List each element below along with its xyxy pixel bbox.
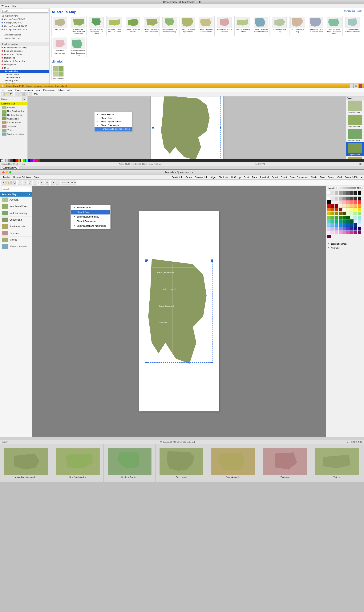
s3-color-cell-37[interactable] [331, 212, 335, 215]
s2-lib-item-qld[interactable]: Queensland [0, 117, 27, 121]
s3-color-cell-69[interactable] [350, 223, 353, 227]
s2-page-thumb-4[interactable]: South Australia [346, 156, 364, 159]
s3-color-cell-49[interactable] [342, 216, 346, 219]
s3-menu-direct[interactable]: Direct [281, 176, 287, 179]
s1-card-9[interactable]: Design Elements – Tasmania [216, 16, 233, 36]
s3-color-cell-4[interactable] [342, 197, 346, 200]
s2-handle-mr[interactable] [220, 127, 221, 129]
s1-card-0[interactable]: Australia Map [52, 16, 68, 36]
s3-dd2-item-4[interactable]: ✓ Show capital and major cities [71, 224, 110, 228]
s3-color-cell-86[interactable] [346, 231, 350, 234]
s2-lib-item-wa[interactable]: Western Australia [0, 132, 27, 136]
s3-color-cell-53[interactable] [358, 216, 361, 219]
s3-tb-zoom-out2[interactable]: – [56, 181, 60, 185]
s2-menu-solution-park[interactable]: Solution Park [58, 89, 70, 91]
s3-color-cell-77[interactable] [346, 227, 350, 230]
s2-tb-open[interactable]: 📂 [5, 92, 9, 96]
s3-tb-hand[interactable]: ✋ [6, 181, 11, 185]
s4-thumb-3[interactable]: Queensland [156, 444, 207, 482]
s3-color-cell-84[interactable] [339, 231, 342, 234]
s1-nav-pro[interactable]: ConceptDraw PRO [0, 21, 49, 24]
s3-tb-image[interactable]: 🖼 [45, 181, 49, 185]
s3-tb-ellipse[interactable]: ○ [23, 181, 27, 185]
s4-thumb-0[interactable]: Australian states and... [0, 444, 52, 482]
s3-tb-text[interactable]: T [33, 181, 37, 185]
s2-page-thumb-1[interactable]: New South Wal... [346, 114, 364, 128]
s3-canvas[interactable]: North Queensland North Queensland Centra… [32, 186, 326, 437]
s3-handle-bl[interactable] [145, 362, 147, 363]
s3-color-cell-90[interactable] [327, 235, 331, 238]
s3-menu-rulers[interactable]: Rulers [328, 176, 334, 179]
s3-color-cell-25[interactable] [354, 204, 357, 208]
s2-color-blue[interactable] [28, 160, 30, 162]
s3-color-cell-89[interactable] [358, 231, 361, 234]
s1-lib-card-0[interactable]: Australia Map [52, 65, 65, 80]
s3-menu-back[interactable]: Back [252, 176, 257, 179]
s1-card-1[interactable]: Australia New South Wales with LGA Names [70, 16, 87, 36]
s3-menu-more[interactable]: » [361, 176, 363, 179]
s1-sub-germany[interactable]: Germany Map [0, 79, 49, 82]
s3-color-cell-78[interactable] [350, 227, 353, 230]
s3-color-cell-22[interactable] [342, 204, 346, 208]
s3-dd2-item-2[interactable]: ✓ Show Regions names [71, 214, 110, 219]
s3-handle-ml[interactable] [145, 260, 147, 262]
s3-swatch-dark[interactable] [350, 191, 353, 195]
s2-dd-item-0[interactable]: Show Regions [94, 112, 132, 116]
s3-color-cell-6[interactable] [350, 197, 353, 200]
s3-color-cell-62[interactable] [358, 219, 361, 223]
s3-lib-item-sa[interactable]: South Australia [0, 223, 32, 230]
s2-page-thumb-0[interactable]: Australian state... [346, 100, 364, 114]
s1-card-6[interactable]: Design Elements – Northern Territory [161, 16, 178, 36]
s3-lib-item-tas[interactable]: Tasmania [0, 230, 32, 237]
s2-color-red[interactable] [16, 160, 18, 162]
s3-color-cell-73[interactable] [331, 227, 335, 230]
s3-swatch-gray[interactable] [339, 191, 342, 195]
s3-menu-ungroup[interactable]: UnGroup [231, 176, 241, 179]
s3-color-cell-39[interactable] [339, 212, 342, 215]
s3-lib-item-nsw[interactable]: New South Wales [0, 203, 32, 210]
s1-card-18[interactable]: Western Australia Local Government Areas [70, 38, 87, 57]
s3-menu-reverse-link[interactable]: Reverse link [195, 176, 207, 179]
s3-color-cell-11[interactable] [335, 200, 338, 204]
s3-minimize-btn[interactable] [6, 171, 8, 173]
s2-tb-zoom-out[interactable]: – [29, 92, 32, 96]
s2-tab-qld[interactable]: Queensland (A/1) [1, 166, 19, 169]
s3-tb-connect[interactable]: ⤷ [40, 181, 44, 185]
s2-menu-shape[interactable]: Shape [15, 89, 21, 91]
s3-color-cell-23[interactable] [346, 204, 350, 208]
s1-install-btn[interactable]: Uninstall this solution [344, 10, 362, 12]
s2-color-black[interactable] [13, 160, 15, 162]
s2-dd-item-3[interactable]: Show LGAs names [94, 123, 132, 127]
s3-color-cell-66[interactable] [339, 223, 342, 227]
s3-color-cell-88[interactable] [354, 231, 357, 234]
s1-section-finance[interactable]: Finance and Accounting [0, 46, 49, 49]
s3-lib-item-nt[interactable]: Northern Territory [0, 210, 32, 217]
s2-menu-presentation[interactable]: Presentation [43, 89, 55, 91]
s3-lib-item-aus[interactable]: Australia [0, 197, 32, 203]
s1-card-12[interactable]: NSW in Australia Map [271, 16, 288, 36]
s4-thumb-5[interactable]: Tasmania [259, 444, 311, 482]
s3-color-cell-0[interactable] [327, 197, 331, 200]
s3-color-cell-59[interactable] [346, 219, 350, 223]
s3-color-cell-29[interactable] [335, 208, 338, 212]
s1-card-8[interactable]: Design Elements – South Australia [198, 16, 215, 36]
s3-lib-header-close[interactable]: ✕ [29, 193, 31, 196]
s3-menu-rotate-flip[interactable]: Rotate & Flip [345, 176, 358, 179]
s3-swatch-medgray[interactable] [335, 191, 338, 195]
s2-color-cyan[interactable] [26, 160, 28, 162]
s3-menu-save[interactable]: Save... [34, 176, 41, 179]
s3-hypernote-btn[interactable]: ▶ Hypernote [328, 246, 363, 250]
s1-card-15[interactable]: South Australia Local Government Areas [326, 16, 343, 36]
s3-color-cell-75[interactable] [339, 227, 342, 230]
s2-color-pink[interactable] [36, 160, 38, 162]
s3-menu-smart[interactable]: Smart [272, 176, 278, 179]
s3-menu-browse[interactable]: Browse Solutions [13, 176, 31, 179]
s3-color-cell-65[interactable] [335, 223, 338, 227]
s3-zoom-select[interactable]: Custom 22% 50% 100% [61, 181, 77, 185]
s1-section-food[interactable]: Food and Beverage [0, 49, 49, 53]
s3-menu-libraries[interactable]: Libraries [1, 176, 10, 179]
s1-sub-metro[interactable]: Metro Map [0, 82, 49, 83]
s3-menu-group[interactable]: Group [185, 176, 192, 179]
s2-menu-file[interactable]: File [1, 89, 4, 91]
s2-minimize-btn[interactable]: – [350, 84, 353, 88]
